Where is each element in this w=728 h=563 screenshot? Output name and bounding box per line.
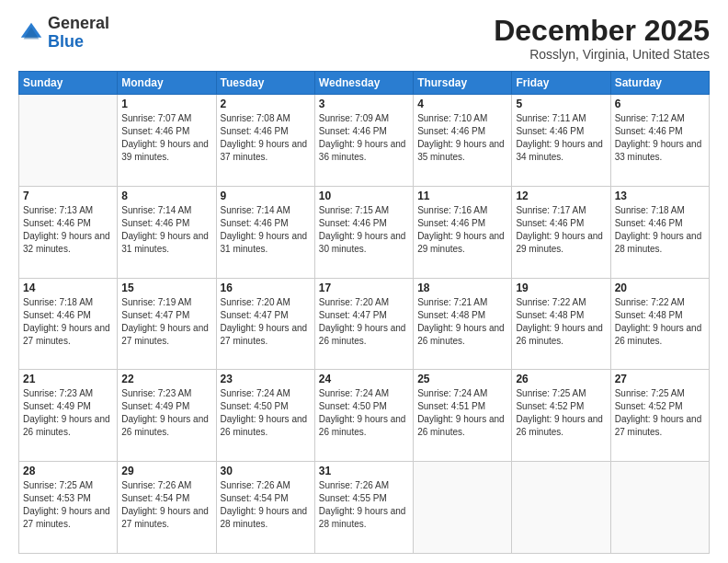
calendar-cell: 22Sunrise: 7:23 AMSunset: 4:49 PMDayligh… (118, 370, 216, 462)
calendar-header-row: SundayMondayTuesdayWednesdayThursdayFrid… (19, 72, 710, 95)
calendar-cell: 18Sunrise: 7:21 AMSunset: 4:48 PMDayligh… (414, 278, 512, 370)
day-sun-info: Sunrise: 7:11 AMSunset: 4:46 PMDaylight:… (516, 112, 606, 164)
calendar-cell: 15Sunrise: 7:19 AMSunset: 4:47 PMDayligh… (118, 278, 216, 370)
day-number: 11 (417, 190, 507, 202)
calendar-cell: 4Sunrise: 7:10 AMSunset: 4:46 PMDaylight… (414, 95, 512, 187)
calendar-cell: 8Sunrise: 7:14 AMSunset: 4:46 PMDaylight… (118, 186, 216, 278)
day-sun-info: Sunrise: 7:07 AMSunset: 4:46 PMDaylight:… (121, 112, 211, 164)
calendar-cell (610, 462, 709, 554)
day-number: 4 (417, 98, 507, 110)
calendar-week-3: 21Sunrise: 7:23 AMSunset: 4:49 PMDayligh… (19, 370, 710, 462)
day-header-thursday: Thursday (414, 72, 512, 95)
day-header-tuesday: Tuesday (216, 72, 314, 95)
day-number: 16 (221, 282, 311, 294)
day-sun-info: Sunrise: 7:08 AMSunset: 4:46 PMDaylight:… (221, 112, 311, 164)
day-number: 10 (319, 190, 409, 202)
page: General Blue December 2025 Rosslyn, Virg… (0, 0, 728, 563)
calendar-cell: 1Sunrise: 7:07 AMSunset: 4:46 PMDaylight… (118, 95, 216, 187)
day-sun-info: Sunrise: 7:12 AMSunset: 4:46 PMDaylight:… (615, 112, 705, 164)
logo-icon (18, 20, 44, 46)
day-number: 21 (23, 373, 113, 385)
day-number: 26 (516, 373, 606, 385)
day-sun-info: Sunrise: 7:23 AMSunset: 4:49 PMDaylight:… (23, 387, 113, 439)
header: General Blue December 2025 Rosslyn, Virg… (18, 15, 710, 62)
day-sun-info: Sunrise: 7:21 AMSunset: 4:48 PMDaylight:… (417, 296, 507, 348)
day-header-monday: Monday (118, 72, 216, 95)
calendar-cell (512, 462, 610, 554)
calendar-cell: 12Sunrise: 7:17 AMSunset: 4:46 PMDayligh… (512, 186, 610, 278)
calendar-table: SundayMondayTuesdayWednesdayThursdayFrid… (18, 71, 710, 554)
day-sun-info: Sunrise: 7:25 AMSunset: 4:53 PMDaylight:… (23, 479, 113, 531)
calendar-cell: 31Sunrise: 7:26 AMSunset: 4:55 PMDayligh… (314, 462, 413, 554)
calendar-cell: 11Sunrise: 7:16 AMSunset: 4:46 PMDayligh… (414, 186, 512, 278)
day-sun-info: Sunrise: 7:18 AMSunset: 4:46 PMDaylight:… (23, 296, 113, 348)
calendar-cell: 17Sunrise: 7:20 AMSunset: 4:47 PMDayligh… (314, 278, 413, 370)
day-number: 31 (319, 465, 409, 477)
day-sun-info: Sunrise: 7:22 AMSunset: 4:48 PMDaylight:… (516, 296, 606, 348)
day-number: 3 (319, 98, 409, 110)
day-sun-info: Sunrise: 7:22 AMSunset: 4:48 PMDaylight:… (615, 296, 705, 348)
day-header-friday: Friday (512, 72, 610, 95)
day-number: 9 (221, 190, 311, 202)
calendar-cell: 30Sunrise: 7:26 AMSunset: 4:54 PMDayligh… (216, 462, 314, 554)
calendar-week-2: 14Sunrise: 7:18 AMSunset: 4:46 PMDayligh… (19, 278, 710, 370)
calendar-week-4: 28Sunrise: 7:25 AMSunset: 4:53 PMDayligh… (19, 462, 710, 554)
day-sun-info: Sunrise: 7:14 AMSunset: 4:46 PMDaylight:… (221, 204, 311, 256)
day-number: 7 (23, 190, 113, 202)
calendar-cell: 5Sunrise: 7:11 AMSunset: 4:46 PMDaylight… (512, 95, 610, 187)
calendar-cell: 21Sunrise: 7:23 AMSunset: 4:49 PMDayligh… (19, 370, 118, 462)
calendar-cell: 25Sunrise: 7:24 AMSunset: 4:51 PMDayligh… (414, 370, 512, 462)
day-sun-info: Sunrise: 7:19 AMSunset: 4:47 PMDaylight:… (121, 296, 211, 348)
day-number: 13 (615, 190, 705, 202)
day-number: 15 (121, 282, 211, 294)
logo-text: General Blue (48, 15, 109, 52)
calendar-cell: 2Sunrise: 7:08 AMSunset: 4:46 PMDaylight… (216, 95, 314, 187)
day-sun-info: Sunrise: 7:25 AMSunset: 4:52 PMDaylight:… (615, 387, 705, 439)
calendar-cell: 3Sunrise: 7:09 AMSunset: 4:46 PMDaylight… (314, 95, 413, 187)
day-number: 24 (319, 373, 409, 385)
logo-blue: Blue (48, 32, 84, 51)
day-sun-info: Sunrise: 7:24 AMSunset: 4:51 PMDaylight:… (417, 387, 507, 439)
calendar-cell (19, 95, 118, 187)
month-title: December 2025 (494, 15, 710, 47)
day-header-wednesday: Wednesday (314, 72, 413, 95)
day-number: 6 (615, 98, 705, 110)
calendar-cell: 10Sunrise: 7:15 AMSunset: 4:46 PMDayligh… (314, 186, 413, 278)
day-sun-info: Sunrise: 7:26 AMSunset: 4:54 PMDaylight:… (121, 479, 211, 531)
day-number: 19 (516, 282, 606, 294)
day-sun-info: Sunrise: 7:10 AMSunset: 4:46 PMDaylight:… (417, 112, 507, 164)
day-number: 28 (23, 465, 113, 477)
day-number: 1 (121, 98, 211, 110)
calendar-cell: 19Sunrise: 7:22 AMSunset: 4:48 PMDayligh… (512, 278, 610, 370)
calendar-cell: 20Sunrise: 7:22 AMSunset: 4:48 PMDayligh… (610, 278, 709, 370)
calendar-cell: 24Sunrise: 7:24 AMSunset: 4:50 PMDayligh… (314, 370, 413, 462)
day-number: 2 (221, 98, 311, 110)
day-number: 5 (516, 98, 606, 110)
calendar-week-0: 1Sunrise: 7:07 AMSunset: 4:46 PMDaylight… (19, 95, 710, 187)
calendar-cell: 23Sunrise: 7:24 AMSunset: 4:50 PMDayligh… (216, 370, 314, 462)
day-sun-info: Sunrise: 7:25 AMSunset: 4:52 PMDaylight:… (516, 387, 606, 439)
day-sun-info: Sunrise: 7:09 AMSunset: 4:46 PMDaylight:… (319, 112, 409, 164)
day-sun-info: Sunrise: 7:26 AMSunset: 4:55 PMDaylight:… (319, 479, 409, 531)
calendar-cell: 13Sunrise: 7:18 AMSunset: 4:46 PMDayligh… (610, 186, 709, 278)
title-block: December 2025 Rosslyn, Virginia, United … (494, 15, 710, 62)
calendar-cell: 27Sunrise: 7:25 AMSunset: 4:52 PMDayligh… (610, 370, 709, 462)
day-number: 27 (615, 373, 705, 385)
day-number: 8 (121, 190, 211, 202)
calendar-cell: 29Sunrise: 7:26 AMSunset: 4:54 PMDayligh… (118, 462, 216, 554)
calendar-cell: 6Sunrise: 7:12 AMSunset: 4:46 PMDaylight… (610, 95, 709, 187)
day-number: 30 (221, 465, 311, 477)
day-sun-info: Sunrise: 7:16 AMSunset: 4:46 PMDaylight:… (417, 204, 507, 256)
day-sun-info: Sunrise: 7:20 AMSunset: 4:47 PMDaylight:… (221, 296, 311, 348)
day-number: 18 (417, 282, 507, 294)
day-sun-info: Sunrise: 7:23 AMSunset: 4:49 PMDaylight:… (121, 387, 211, 439)
day-number: 20 (615, 282, 705, 294)
calendar-cell: 14Sunrise: 7:18 AMSunset: 4:46 PMDayligh… (19, 278, 118, 370)
location: Rosslyn, Virginia, United States (494, 47, 710, 62)
day-number: 22 (121, 373, 211, 385)
day-sun-info: Sunrise: 7:26 AMSunset: 4:54 PMDaylight:… (221, 479, 311, 531)
day-number: 17 (319, 282, 409, 294)
day-sun-info: Sunrise: 7:15 AMSunset: 4:46 PMDaylight:… (319, 204, 409, 256)
day-number: 29 (121, 465, 211, 477)
day-sun-info: Sunrise: 7:24 AMSunset: 4:50 PMDaylight:… (319, 387, 409, 439)
